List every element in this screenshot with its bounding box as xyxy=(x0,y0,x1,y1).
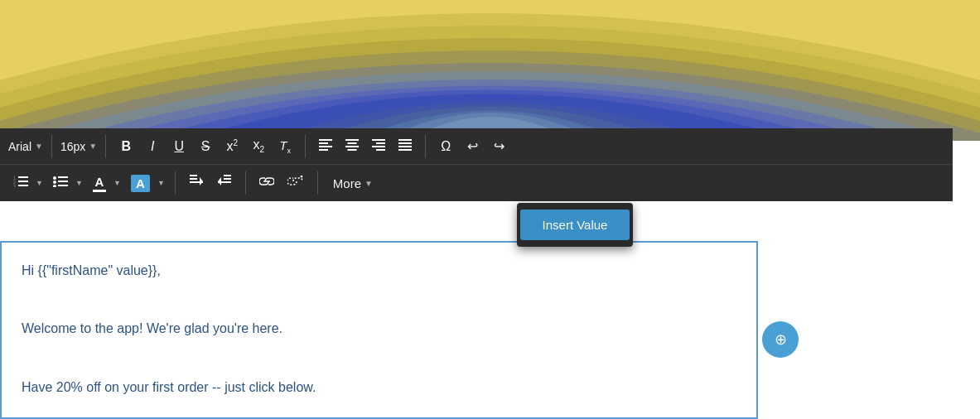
svg-rect-10 xyxy=(376,142,385,144)
unordered-list-icon xyxy=(53,176,68,190)
svg-rect-6 xyxy=(348,142,357,144)
svg-rect-13 xyxy=(398,139,412,141)
undo-button[interactable]: ↩ xyxy=(461,135,484,158)
highlight-color-dropdown-button[interactable]: ▼ xyxy=(155,171,167,195)
insert-value-label: Insert Value xyxy=(543,218,608,232)
align-center-button[interactable] xyxy=(340,135,364,158)
unordered-list-dropdown-button[interactable]: ▼ xyxy=(73,171,84,195)
svg-rect-8 xyxy=(348,149,357,151)
subscript-icon: x2 xyxy=(253,137,264,154)
align-right-icon xyxy=(372,139,385,154)
underline-button[interactable]: U xyxy=(167,135,191,158)
unlink-icon xyxy=(287,176,304,190)
ordered-list-dropdown-arrow: ▼ xyxy=(36,179,43,187)
font-color-dropdown-arrow: ▼ xyxy=(113,179,121,187)
svg-rect-28 xyxy=(58,185,68,186)
more-button[interactable]: More ▼ xyxy=(326,173,379,194)
subscript-button[interactable]: x2 xyxy=(247,134,270,157)
move-handle[interactable]: ⊕ xyxy=(762,321,799,358)
omega-icon: Ω xyxy=(441,139,451,154)
clear-format-icon: Tx xyxy=(279,138,291,155)
svg-rect-15 xyxy=(398,146,412,147)
highlight-color-dropdown-arrow: ▼ xyxy=(157,179,165,187)
clear-format-button[interactable]: Tx xyxy=(273,135,297,158)
underline-icon: U xyxy=(174,139,184,154)
rtl-button[interactable] xyxy=(212,171,237,195)
svg-rect-5 xyxy=(345,139,359,141)
svg-point-27 xyxy=(53,185,56,187)
font-size-label: 16px xyxy=(60,140,85,153)
divider-2 xyxy=(105,135,106,158)
undo-icon: ↩ xyxy=(467,138,478,154)
svg-rect-18 xyxy=(18,176,28,178)
ordered-list-button[interactable]: 1. 2. 3. xyxy=(8,171,33,195)
svg-rect-34 xyxy=(224,178,231,180)
divider-1 xyxy=(51,135,52,158)
svg-text:3.: 3. xyxy=(13,184,17,187)
align-right-button[interactable] xyxy=(367,135,390,158)
svg-rect-3 xyxy=(319,146,332,147)
italic-button[interactable]: I xyxy=(141,135,164,158)
svg-rect-14 xyxy=(398,142,412,144)
svg-rect-16 xyxy=(398,149,412,151)
toolbar-row-1: Arial ▼ 16px ▼ B I U S x2 xyxy=(0,128,953,165)
unordered-list-group: ▼ xyxy=(48,171,84,195)
unordered-list-button[interactable] xyxy=(48,171,73,195)
move-icon: ⊕ xyxy=(775,330,787,349)
font-color-button[interactable]: A xyxy=(88,171,111,195)
highlight-color-icon: A xyxy=(131,175,150,192)
svg-rect-4 xyxy=(319,149,328,151)
font-size-selector[interactable]: 16px ▼ xyxy=(60,140,97,153)
bold-icon: B xyxy=(121,139,131,154)
svg-rect-24 xyxy=(58,176,68,178)
editor-line-4 xyxy=(22,347,736,369)
editor-content-area[interactable]: Hi {{"firstName" value}}, Welcome to the… xyxy=(0,241,758,419)
superscript-button[interactable]: x2 xyxy=(220,135,244,158)
align-center-icon xyxy=(345,139,359,154)
svg-rect-20 xyxy=(18,181,28,182)
svg-rect-1 xyxy=(319,139,332,141)
svg-rect-22 xyxy=(18,185,28,186)
font-color-dropdown-button[interactable]: ▼ xyxy=(111,171,123,195)
svg-point-25 xyxy=(53,181,56,184)
editor-line-2 xyxy=(22,288,736,311)
svg-point-23 xyxy=(53,176,56,180)
svg-rect-33 xyxy=(224,175,231,176)
superscript-icon: x2 xyxy=(226,138,238,154)
more-dropdown-popup: Insert Value xyxy=(517,203,633,247)
font-name-selector[interactable]: Arial ▼ xyxy=(8,140,43,153)
editor-line-3: Welcome to the app! We're glad you're he… xyxy=(22,317,736,340)
strikethrough-button[interactable]: S xyxy=(194,135,217,158)
font-name-chevron: ▼ xyxy=(35,142,43,151)
svg-rect-30 xyxy=(190,178,197,180)
align-justify-button[interactable] xyxy=(393,135,417,158)
redo-button[interactable]: ↪ xyxy=(487,135,510,158)
more-label: More xyxy=(333,176,361,190)
link-button[interactable] xyxy=(254,171,279,195)
link-icon xyxy=(259,176,274,190)
divider-3 xyxy=(305,135,306,158)
svg-rect-12 xyxy=(376,149,385,151)
align-justify-icon xyxy=(398,139,412,154)
align-left-icon xyxy=(319,139,332,154)
background-decoration xyxy=(0,0,980,141)
svg-marker-32 xyxy=(200,177,203,185)
svg-rect-2 xyxy=(319,142,328,144)
rtl-icon xyxy=(217,174,232,192)
highlight-color-group: A ▼ xyxy=(126,171,167,195)
editor-line-1: Hi {{"firstName" value}}, xyxy=(22,259,736,282)
font-color-icon: A xyxy=(93,175,106,192)
svg-rect-9 xyxy=(372,139,385,141)
svg-rect-11 xyxy=(372,146,385,147)
ltr-button[interactable] xyxy=(184,171,209,195)
ordered-list-dropdown-button[interactable]: ▼ xyxy=(33,171,45,195)
unlink-button[interactable] xyxy=(282,171,309,195)
insert-value-button[interactable]: Insert Value xyxy=(520,210,630,240)
align-left-button[interactable] xyxy=(314,135,337,158)
special-chars-button[interactable]: Ω xyxy=(434,135,457,158)
editor-line-5: Have 20% off on your first order -- just… xyxy=(22,376,736,398)
highlight-color-button[interactable]: A xyxy=(126,171,155,195)
bold-button[interactable]: B xyxy=(114,135,138,158)
font-name-label: Arial xyxy=(8,140,31,153)
ltr-icon xyxy=(189,174,204,192)
